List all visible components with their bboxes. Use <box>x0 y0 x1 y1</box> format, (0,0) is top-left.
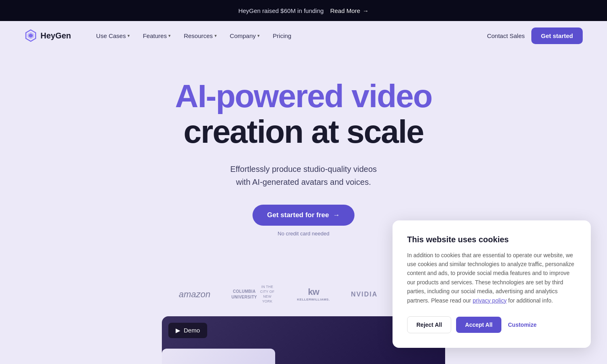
nav-item-use-cases[interactable]: Use Cases ▾ <box>91 29 136 42</box>
announcement-banner: HeyGen raised $60M in funding Read More … <box>0 0 607 21</box>
reject-all-button[interactable]: Reject All <box>407 316 451 333</box>
nav-links: Use Cases ▾ Features ▾ Resources ▾ Compa… <box>91 29 487 42</box>
navbar: HeyGen Use Cases ▾ Features ▾ Resources … <box>0 21 607 50</box>
heygen-logo-icon <box>24 29 37 42</box>
nav-item-company[interactable]: Company ▾ <box>224 29 265 42</box>
avatar-strip <box>162 349 275 364</box>
get-started-free-button[interactable]: Get started for free → <box>253 205 354 226</box>
read-more-link[interactable]: Read More → <box>330 7 369 14</box>
nav-item-resources[interactable]: Resources ▾ <box>178 29 223 42</box>
nav-right: Contact Sales Get started <box>487 28 583 44</box>
logo[interactable]: HeyGen <box>24 29 71 42</box>
cookie-body: In addition to cookies that are essentia… <box>407 251 576 305</box>
read-more-arrow: → <box>363 7 369 14</box>
read-more-label: Read More <box>330 7 360 14</box>
logo-text: HeyGen <box>40 31 71 40</box>
chevron-down-icon: ▾ <box>257 33 260 38</box>
play-icon: ▶ <box>176 327 180 334</box>
accept-all-button[interactable]: Accept All <box>456 317 501 333</box>
hero-title-line1: AI-powered video <box>175 78 432 114</box>
hero-title-line2: creation at scale <box>184 114 424 150</box>
demo-button[interactable]: ▶ Demo <box>168 323 207 338</box>
keller-williams-logo: kw KELLERWILLIAMS. <box>297 288 330 301</box>
cookie-banner: This website uses cookies In addition to… <box>393 220 591 348</box>
nav-item-features[interactable]: Features ▾ <box>137 29 176 42</box>
no-credit-card-text: No credit card needed <box>278 231 329 237</box>
contact-sales-link[interactable]: Contact Sales <box>487 32 524 39</box>
nav-item-pricing[interactable]: Pricing <box>267 29 297 42</box>
privacy-policy-link[interactable]: privacy policy <box>473 297 507 304</box>
chevron-down-icon: ▾ <box>214 33 217 38</box>
amazon-logo: amazon <box>179 289 210 300</box>
nvidia-logo: NVIDIA <box>351 291 378 298</box>
get-started-button[interactable]: Get started <box>531 28 583 44</box>
cookie-title: This website uses cookies <box>407 235 576 244</box>
chevron-down-icon: ▾ <box>127 33 130 38</box>
announcement-text: HeyGen raised $60M in funding <box>238 7 324 14</box>
columbia-logo: COLUMBIAUNIVERSITYIN THE CITY OF NEW YOR… <box>231 285 276 304</box>
cookie-buttons: Reject All Accept All Customize <box>407 316 576 333</box>
cta-arrow-icon: → <box>333 211 340 219</box>
customize-button[interactable]: Customize <box>506 322 538 328</box>
chevron-down-icon: ▾ <box>168 33 171 38</box>
hero-subtitle: Effortlessly produce studio-quality vide… <box>230 163 377 188</box>
